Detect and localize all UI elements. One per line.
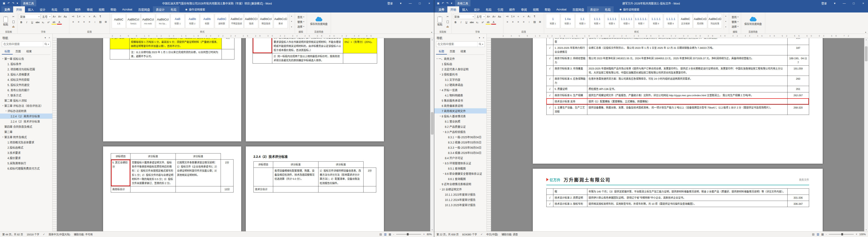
- ribbon-tab[interactable]: 布局: [602, 6, 614, 12]
- shrink-font-icon[interactable]: A˅: [57, 14, 62, 19]
- ribbon-tab[interactable]: 引用: [494, 6, 506, 12]
- document-canvas[interactable]: √ 初步审查 1.1-2 资格文件审查 我公司不存在国家法律法规和本招标文件规定…: [491, 38, 864, 231]
- nav-heading-item[interactable]: 3.2 磋商承诺函: [434, 82, 487, 87]
- font-color-icon[interactable]: A: [57, 20, 62, 25]
- document-page[interactable]: √ 初步审查 1.1-2 资格文件审查 我公司不存在国家法律法规和本招标文件规定…: [533, 38, 823, 164]
- scroll-up-icon[interactable]: ▴: [866, 38, 867, 41]
- shading-icon[interactable]: ▨: [532, 20, 537, 24]
- gallery-down-icon[interactable]: ▾: [724, 19, 727, 24]
- nav-heading-item[interactable]: 5. 投标文件的递交: [0, 82, 52, 87]
- nav-heading-item[interactable]: 8.4 开户许可证: [434, 155, 487, 160]
- nav-heading-item[interactable]: 1 投标函: [434, 61, 487, 67]
- nav-heading-item[interactable]: 8.5.1 查询截图: [434, 166, 487, 171]
- accessibility-status[interactable]: 辅助功能: 不可用: [74, 233, 93, 236]
- redo-icon[interactable]: ↷: [12, 2, 14, 5]
- zoom-handle[interactable]: [841, 233, 843, 235]
- paste-button[interactable]: 粘贴: [436, 13, 444, 30]
- ribbon-tab[interactable]: 文件: [436, 6, 447, 12]
- grow-font-icon[interactable]: A˄: [52, 14, 57, 19]
- style-item[interactable]: AaBbCcI ms-redc: [141, 14, 155, 28]
- ribbon-tab[interactable]: 引用: [60, 6, 72, 12]
- search-icon[interactable]: ▾: [477, 42, 485, 47]
- line-spacing-icon[interactable]: ↕: [92, 20, 97, 24]
- cut-icon[interactable]: ✂: [445, 14, 450, 19]
- nav-heading-item[interactable]: 3.技术要求: [0, 150, 52, 155]
- ribbon-tab[interactable]: 表设计: [153, 6, 167, 12]
- web-layout-icon[interactable]: ▦: [822, 233, 824, 236]
- nav-tab[interactable]: 结果: [458, 48, 469, 54]
- restore-button[interactable]: □: [415, 0, 425, 6]
- scroll-down-icon[interactable]: ▾: [866, 229, 867, 231]
- ribbon-tab[interactable]: 布局: [167, 6, 179, 12]
- bold-icon[interactable]: B: [453, 20, 458, 25]
- nav-options-icon[interactable]: ▾: [44, 36, 46, 39]
- zoom-out-button[interactable]: -: [393, 233, 394, 236]
- style-gallery-scroll[interactable]: ▴ ▾ ▾: [289, 13, 293, 30]
- nav-heading-item[interactable]: 2. 项目概况与招标范围: [0, 67, 52, 72]
- web-layout-icon[interactable]: ▦: [389, 233, 391, 236]
- undo-icon[interactable]: ↶: [442, 2, 444, 5]
- text-highlight-icon[interactable]: ab: [486, 20, 491, 25]
- horizontal-ruler[interactable]: 2 4 6 8 10 12 14 16 18 20 22 24 26 28 30…: [487, 34, 868, 38]
- nav-heading-item[interactable]: 10.1.3 2025年度审计报告: [434, 202, 487, 208]
- ribbon-tab[interactable]: 帮助: [541, 6, 553, 12]
- style-item[interactable]: 1 Aa 标题 2: [561, 14, 575, 28]
- numbering-icon[interactable]: 1.≡: [76, 14, 81, 19]
- save-icon[interactable]: ▣: [3, 2, 5, 5]
- document-canvas[interactable]: 膨润土≥4 万吨，且共用膨润土业绩每增加 1 万吨加 1 分，最高加 5 分；业…: [57, 38, 430, 231]
- word-count[interactable]: 8/24380 个字: [462, 233, 477, 236]
- read-mode-icon[interactable]: ▤: [812, 233, 814, 236]
- nav-heading-item[interactable]: 8.3.3 一般-2025年06月04日: [434, 145, 487, 150]
- style-item[interactable]: 1 标题 1: [546, 14, 560, 28]
- zoom-level[interactable]: 100%: [859, 233, 866, 236]
- nav-heading-item[interactable]: 5 售后服务承诺书: [434, 98, 487, 103]
- collapse-ribbon-icon[interactable]: ▴: [431, 31, 432, 33]
- read-mode-icon[interactable]: ▤: [379, 233, 382, 236]
- italic-icon[interactable]: I: [24, 20, 29, 25]
- nav-heading-item[interactable]: 6.招标代理服务费支付方式: [0, 166, 52, 171]
- nav-heading-item[interactable]: ▾ 10 业绩证明文件: [434, 187, 487, 192]
- nav-heading-item[interactable]: 8.3.1 一般-2025年06月04日: [434, 134, 487, 140]
- shrink-font-icon[interactable]: A˅: [492, 14, 497, 19]
- nav-heading-item[interactable]: ▾ 3 授权委托书: [434, 72, 487, 77]
- paste-button[interactable]: 粘贴: [1, 13, 10, 30]
- ribbon-tab[interactable]: Acrobat: [553, 6, 569, 12]
- nav-heading-item[interactable]: ▾ 4 开标一览表: [434, 87, 487, 93]
- nav-heading-item[interactable]: 5.采购清单执行: [0, 160, 52, 166]
- ribbon-tab[interactable]: 表设计: [587, 6, 602, 12]
- editing-button[interactable]: 替换▾: [296, 20, 305, 24]
- outdent-icon[interactable]: «: [516, 14, 521, 19]
- qat-customize-icon[interactable]: ▾: [17, 2, 18, 5]
- nav-heading-item[interactable]: 8.3.2 续展-2026年03月05日: [434, 140, 487, 145]
- nav-heading-item[interactable]: 9 近年业绩情况表格说明: [434, 181, 487, 187]
- scroll-up-icon[interactable]: ▴: [432, 38, 433, 41]
- document-page[interactable]: 亿万升 万升膨润土有限公司 商务文件: [533, 169, 823, 231]
- copy-icon[interactable]: [445, 20, 450, 24]
- format-painter-icon[interactable]: [11, 25, 16, 29]
- zoom-slider[interactable]: [396, 234, 421, 235]
- underline-icon[interactable]: U: [464, 20, 469, 25]
- nav-heading-item[interactable]: 2.投标函格式: [0, 145, 52, 150]
- superscript-icon[interactable]: x²: [46, 20, 51, 25]
- italic-icon[interactable]: I: [459, 20, 463, 25]
- copy-icon[interactable]: [11, 20, 16, 24]
- gallery-up-icon[interactable]: ▴: [724, 13, 727, 19]
- justify-icon[interactable]: ≡: [521, 20, 526, 24]
- nav-heading-item[interactable]: ▾ 评标办法前附表: [0, 108, 52, 113]
- nav-heading-item[interactable]: 第二章 投标人须知: [0, 98, 52, 103]
- underline-icon[interactable]: U: [30, 20, 35, 25]
- ribbon-tab[interactable]: 百度网盘: [135, 6, 153, 12]
- spellcheck-icon[interactable]: ✓: [43, 233, 45, 236]
- change-case-icon[interactable]: Aa: [63, 14, 68, 19]
- align-right-icon[interactable]: ≡: [82, 20, 87, 24]
- line-spacing-icon[interactable]: ↕: [527, 20, 532, 24]
- style-item[interactable]: AaBbCcI 明显强调: [259, 14, 273, 28]
- style-item[interactable]: AaBbCcD 要点: [274, 14, 288, 28]
- style-item[interactable]: 1.1.1.1.1 标题 6: [620, 14, 633, 28]
- word-count[interactable]: 15018 个字: [27, 233, 39, 236]
- spellcheck-icon[interactable]: ✓: [480, 233, 483, 236]
- editing-button[interactable]: 查找▾: [731, 15, 740, 19]
- style-item[interactable]: 1.1.1.1 标题 8: [649, 14, 663, 28]
- change-case-icon[interactable]: Aa: [497, 14, 502, 19]
- superscript-icon[interactable]: x²: [480, 20, 485, 25]
